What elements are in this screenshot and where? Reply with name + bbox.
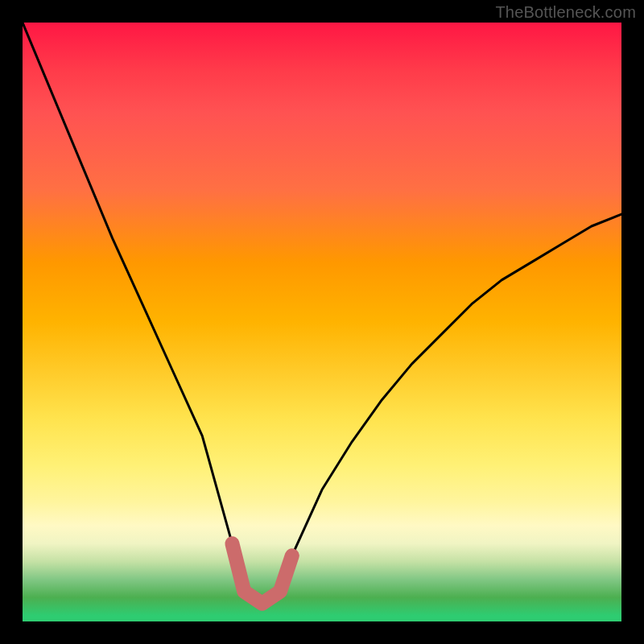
watermark-text: TheBottleneck.com: [495, 3, 636, 22]
bottleneck-curve-line: [23, 23, 621, 604]
highlight-band-line: [232, 543, 291, 603]
chart-frame: TheBottleneck.com: [0, 0, 644, 644]
plot-area: [23, 23, 621, 621]
chart-svg: [23, 23, 621, 621]
